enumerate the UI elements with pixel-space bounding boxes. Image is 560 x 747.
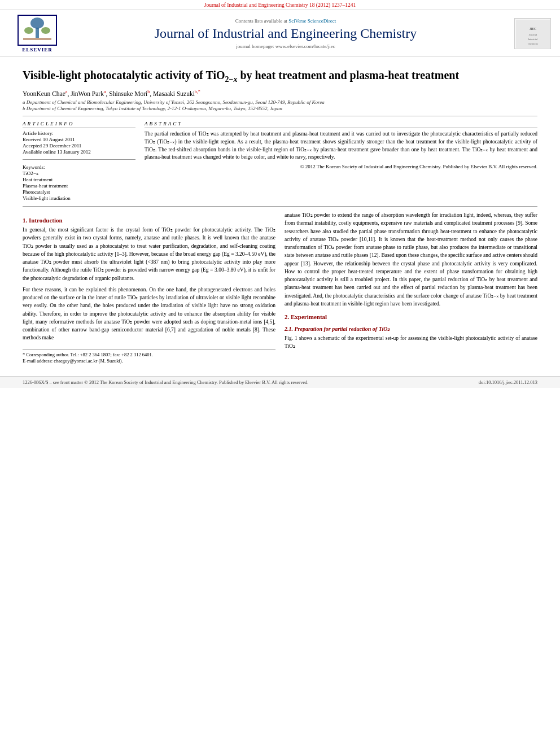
article-info-col: A R T I C L E I N F O Article history: R… <box>23 121 135 202</box>
body-col-right: anatase TiO₂ powder to extend the range … <box>285 211 537 365</box>
doi-text: doi:10.1016/j.jiec.2011.12.013 <box>479 379 537 385</box>
footnote-area: * Corresponding author. Tel.: +82 2 364 … <box>23 349 275 365</box>
authors: YoonKeun Chaea, JinWon Parka, Shinsuke M… <box>23 89 537 97</box>
body-two-col: 1. Introduction In general, the most sig… <box>23 211 537 365</box>
bottom-bar: 1226-086X/$ – see front matter © 2012 Th… <box>0 376 560 388</box>
journal-title: Journal of Industrial and Engineering Ch… <box>65 25 506 42</box>
svg-text:Industrial: Industrial <box>528 38 538 41</box>
body-col-left: 1. Introduction In general, the most sig… <box>23 211 275 365</box>
elsevier-tree-icon <box>20 16 54 45</box>
keyword-3: Plasma-heat treatment <box>23 183 135 189</box>
section2-sub-heading: 2.1. Preparation for partial reduction o… <box>285 326 537 332</box>
main-content: Visible-light photocatalytic activity of… <box>0 56 560 370</box>
abstract-text: The partial reduction of TiO₂ was attemp… <box>145 130 537 161</box>
elsevier-logo-box <box>18 15 57 46</box>
section1-para2: For these reasons, it can be explained t… <box>23 286 275 342</box>
section1-para1: In general, the most significant factor … <box>23 226 275 282</box>
keywords-section: Keywords: TiO2−x Heat treatment Plasma-h… <box>23 159 135 201</box>
svg-text:JIEC: JIEC <box>530 27 536 30</box>
abstract-heading: A B S T R A C T <box>145 121 537 128</box>
affiliations: a Department of Chemical and Biomolecula… <box>23 99 537 111</box>
journal-cover-icon: JIEC Journal Industrial Chemistry <box>516 20 550 48</box>
abstract-para-1: The partial reduction of TiO₂ was attemp… <box>145 130 537 161</box>
section1-heading: 1. Introduction <box>23 217 275 224</box>
header-section: ELSEVIER Contents lists available at Sci… <box>0 10 560 56</box>
accepted-date: Accepted 29 December 2011 <box>23 143 135 148</box>
divider-1 <box>23 116 537 116</box>
journal-homepage: journal homepage: www.elsevier.com/locat… <box>65 43 506 49</box>
article-info-heading: A R T I C L E I N F O <box>23 121 135 128</box>
copyright-line: © 2012 The Korean Society of Industrial … <box>145 164 537 169</box>
article-info-abstract: A R T I C L E I N F O Article history: R… <box>23 121 537 202</box>
keyword-1: TiO2−x <box>23 171 135 176</box>
section1-right-text: anatase TiO₂ powder to extend the range … <box>285 211 537 308</box>
svg-point-3 <box>24 27 33 34</box>
svg-rect-5 <box>23 38 51 40</box>
contents-line: Contents lists available at SciVerse Sci… <box>65 18 506 24</box>
keyword-5: Visible-light irradiation <box>23 195 135 201</box>
svg-point-1 <box>30 18 44 29</box>
journal-top-bar: Journal of Industrial and Engineering Ch… <box>0 0 560 10</box>
sciverse-link[interactable]: SciVerse ScienceDirect <box>288 18 336 24</box>
section2-para1: Fig. 1 shows a schematic of the experime… <box>285 334 537 351</box>
contents-text: Contents lists available at <box>235 18 288 24</box>
section1-right-para1: anatase TiO₂ powder to extend the range … <box>285 211 537 308</box>
svg-text:Journal: Journal <box>528 33 537 36</box>
journal-citation: Journal of Industrial and Engineering Ch… <box>204 2 356 8</box>
header-right: JIEC Journal Industrial Chemistry <box>506 18 551 49</box>
header-center: Contents lists available at SciVerse Sci… <box>65 18 506 49</box>
received-date: Received 10 August 2011 <box>23 137 135 142</box>
keywords-divider <box>23 159 135 160</box>
journal-logo-small: JIEC Journal Industrial Chemistry <box>514 18 551 49</box>
page-container: Journal of Industrial and Engineering Ch… <box>0 0 560 388</box>
keywords-heading: Keywords: <box>23 164 135 170</box>
keyword-2: Heat treatment <box>23 177 135 182</box>
elsevier-logo: ELSEVIER <box>9 15 65 53</box>
elsevier-text: ELSEVIER <box>22 47 53 53</box>
issn-text: 1226-086X/$ – see front matter © 2012 Th… <box>23 379 308 385</box>
section2-heading: 2. Experimental <box>285 313 537 320</box>
history-heading: Article history: <box>23 130 135 136</box>
article-title: Visible-light photocatalytic activity of… <box>23 68 537 85</box>
affiliation-a: a Department of Chemical and Biomolecula… <box>23 99 537 105</box>
abstract-col: A B S T R A C T The partial reduction of… <box>145 121 537 202</box>
keyword-4: Photocatalyst <box>23 189 135 195</box>
svg-text:Chemistry: Chemistry <box>527 42 538 45</box>
issn-line: 1226-086X/$ – see front matter © 2012 Th… <box>23 379 537 385</box>
section1-body: In general, the most significant factor … <box>23 226 275 342</box>
header-left: ELSEVIER <box>9 15 65 53</box>
article-history: Article history: Received 10 August 2011… <box>23 130 135 155</box>
svg-rect-2 <box>36 28 39 38</box>
abstract-section: The partial reduction of TiO₂ was attemp… <box>145 130 537 169</box>
affiliation-b: b Department of Chemical Engineering, To… <box>23 106 537 111</box>
available-date: Available online 13 January 2012 <box>23 149 135 155</box>
footnote-email: E-mail address: chaeguy@yonsei.ac.kr (M.… <box>23 358 275 365</box>
svg-point-4 <box>41 27 50 34</box>
section2-text: Fig. 1 shows a schematic of the experime… <box>285 334 537 351</box>
footnote-star: * Corresponding author. Tel.: +82 2 364 … <box>23 352 275 359</box>
divider-2 <box>23 206 537 207</box>
